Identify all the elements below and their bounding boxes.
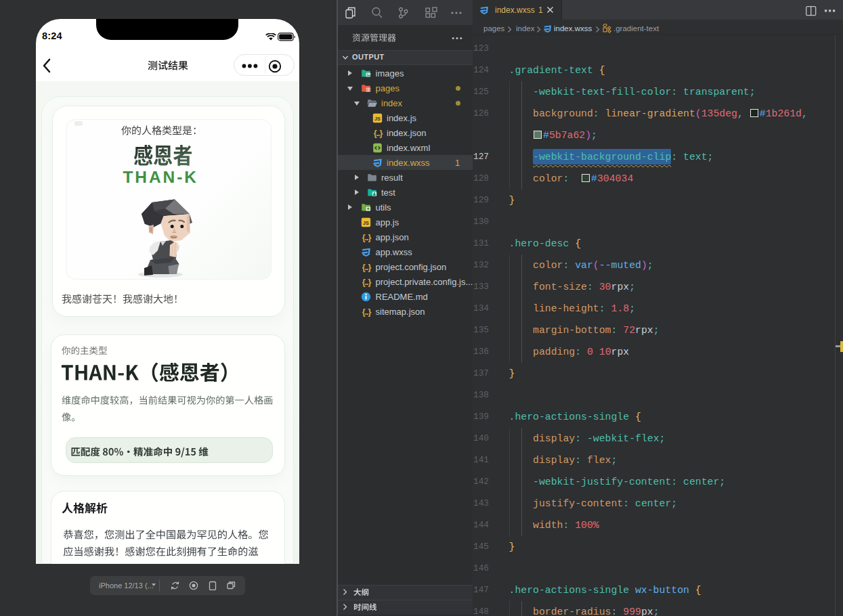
- svg-text:JS: JS: [374, 116, 381, 122]
- svg-text:{..}: {..}: [362, 277, 372, 286]
- svg-text:{..}: {..}: [362, 232, 372, 242]
- svg-text:{..}: {..}: [362, 307, 372, 316]
- svg-text:JS: JS: [363, 220, 369, 226]
- svg-text:{..}: {..}: [373, 128, 383, 137]
- svg-text:{..}: {..}: [362, 262, 372, 271]
